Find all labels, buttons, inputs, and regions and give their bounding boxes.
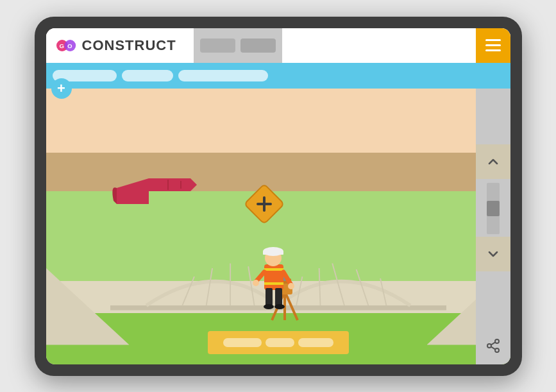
svg-rect-29 bbox=[275, 288, 282, 306]
svg-point-30 bbox=[264, 304, 274, 309]
share-button[interactable] bbox=[476, 328, 510, 363]
logo-area: G O CONSTRUCT bbox=[46, 28, 194, 63]
add-button[interactable] bbox=[51, 78, 72, 99]
toolbar-pill-2 bbox=[122, 70, 173, 81]
tablet-frame: G O CONSTRUCT bbox=[35, 17, 522, 376]
svg-rect-34 bbox=[263, 251, 283, 255]
right-sidebar bbox=[476, 89, 510, 364]
hamburger-button[interactable] bbox=[476, 28, 510, 63]
svg-rect-28 bbox=[265, 288, 273, 306]
chevron-up-icon bbox=[485, 154, 501, 169]
svg-line-43 bbox=[491, 346, 495, 349]
svg-text:G: G bbox=[59, 42, 64, 49]
svg-point-31 bbox=[274, 304, 285, 309]
svg-line-42 bbox=[491, 342, 495, 345]
svg-line-20 bbox=[285, 291, 298, 320]
bottom-bar-pill-3 bbox=[298, 338, 333, 347]
diamond-add-icon[interactable] bbox=[245, 185, 283, 226]
svg-rect-26 bbox=[264, 268, 283, 271]
svg-point-37 bbox=[253, 280, 259, 286]
scroll-up-button[interactable] bbox=[476, 144, 510, 179]
nav-tabs bbox=[194, 28, 282, 63]
band-peach bbox=[46, 89, 510, 153]
scroll-down-button[interactable] bbox=[476, 237, 510, 271]
bottom-action-bar[interactable] bbox=[208, 331, 349, 354]
content-area bbox=[46, 89, 510, 364]
toolbar-pill-3 bbox=[178, 70, 268, 81]
hamburger-line-1 bbox=[485, 39, 501, 41]
logo-icon: G O bbox=[56, 37, 77, 55]
scrollbar-thumb[interactable] bbox=[487, 201, 500, 216]
svg-line-6 bbox=[206, 268, 212, 305]
screen: G O CONSTRUCT bbox=[46, 28, 510, 364]
svg-text:O: O bbox=[67, 42, 72, 49]
share-icon bbox=[485, 338, 501, 354]
navbar: G O CONSTRUCT bbox=[46, 28, 510, 63]
logo-text: CONSTRUCT bbox=[82, 37, 176, 54]
toolbar bbox=[46, 63, 510, 89]
hand-pointer bbox=[97, 153, 200, 232]
svg-rect-27 bbox=[264, 282, 283, 285]
hamburger-line-2 bbox=[485, 44, 501, 46]
svg-line-10 bbox=[319, 268, 320, 305]
bottom-bar-pill-1 bbox=[223, 338, 262, 347]
nav-tab-2[interactable] bbox=[240, 38, 276, 53]
svg-line-5 bbox=[182, 277, 194, 305]
hamburger-line-3 bbox=[485, 49, 501, 51]
svg-line-12 bbox=[356, 269, 368, 305]
construction-worker bbox=[240, 221, 317, 326]
nav-tab-1[interactable] bbox=[200, 38, 235, 53]
svg-line-11 bbox=[332, 263, 344, 305]
bottom-bar-pill-2 bbox=[265, 338, 294, 347]
svg-point-38 bbox=[288, 283, 294, 289]
chevron-down-icon bbox=[485, 246, 501, 262]
scrollbar-track bbox=[487, 183, 500, 234]
